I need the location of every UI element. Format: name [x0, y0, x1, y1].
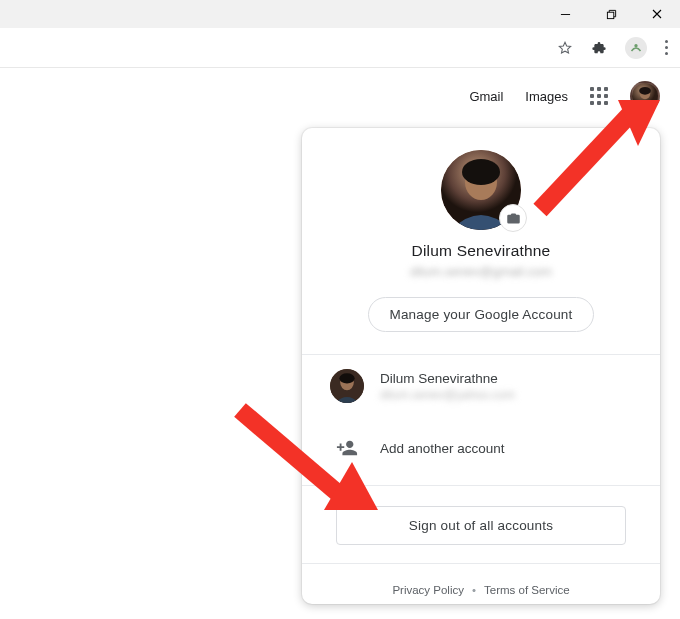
popover-footer: Privacy Policy • Terms of Service	[302, 570, 660, 596]
kebab-icon	[665, 40, 668, 43]
change-photo-button[interactable]	[499, 204, 527, 232]
extensions-icon[interactable]	[591, 40, 607, 56]
chrome-menu-button[interactable]	[665, 40, 668, 55]
account-avatar-button[interactable]	[630, 81, 660, 111]
window-restore-button[interactable]	[588, 0, 634, 28]
svg-rect-0	[607, 12, 613, 18]
manage-account-button[interactable]: Manage your Google Account	[368, 297, 593, 332]
minimize-icon	[560, 9, 571, 20]
other-account-text: Dilum Senevirathne dilum.senev@yahoo.com	[380, 371, 515, 402]
browser-profile-avatar[interactable]	[625, 37, 647, 59]
bookmark-star-icon[interactable]	[557, 40, 573, 56]
svg-point-5	[639, 87, 651, 95]
svg-point-2	[634, 44, 637, 47]
google-account-popover: Dilum Senevirathne dilum.senev@gmail.com…	[302, 128, 660, 604]
footer-separator: •	[472, 584, 476, 596]
account-name: Dilum Senevirathne	[412, 242, 551, 260]
popover-avatar-wrap	[441, 150, 521, 230]
svg-point-8	[462, 159, 500, 185]
sign-out-all-button[interactable]: Sign out of all accounts	[336, 506, 626, 545]
gmail-link[interactable]: Gmail	[469, 89, 503, 104]
google-apps-button[interactable]	[590, 87, 608, 105]
add-account-row[interactable]: Add another account	[302, 417, 660, 479]
svg-point-11	[339, 373, 354, 383]
other-account-name: Dilum Senevirathne	[380, 371, 515, 386]
other-account-row[interactable]: Dilum Senevirathne dilum.senev@yahoo.com	[302, 355, 660, 417]
camera-icon	[506, 211, 521, 226]
popover-header: Dilum Senevirathne dilum.senev@gmail.com…	[302, 128, 660, 355]
window-close-button[interactable]	[634, 0, 680, 28]
terms-link[interactable]: Terms of Service	[484, 584, 570, 596]
avatar-icon	[632, 83, 658, 109]
other-account-avatar	[330, 369, 364, 403]
account-email: dilum.senev@gmail.com	[410, 264, 552, 279]
popover-divider-2	[302, 563, 660, 564]
window-minimize-button[interactable]	[542, 0, 588, 28]
google-top-nav: Gmail Images	[0, 68, 680, 124]
os-titlebar	[0, 0, 680, 28]
popover-divider	[302, 485, 660, 486]
privacy-policy-link[interactable]: Privacy Policy	[392, 584, 464, 596]
images-link[interactable]: Images	[525, 89, 568, 104]
restore-icon	[606, 9, 617, 20]
other-account-email: dilum.senev@yahoo.com	[380, 388, 515, 402]
add-account-label: Add another account	[380, 441, 505, 456]
person-add-icon	[330, 431, 364, 465]
close-icon	[651, 8, 663, 20]
browser-toolbar	[0, 28, 680, 68]
